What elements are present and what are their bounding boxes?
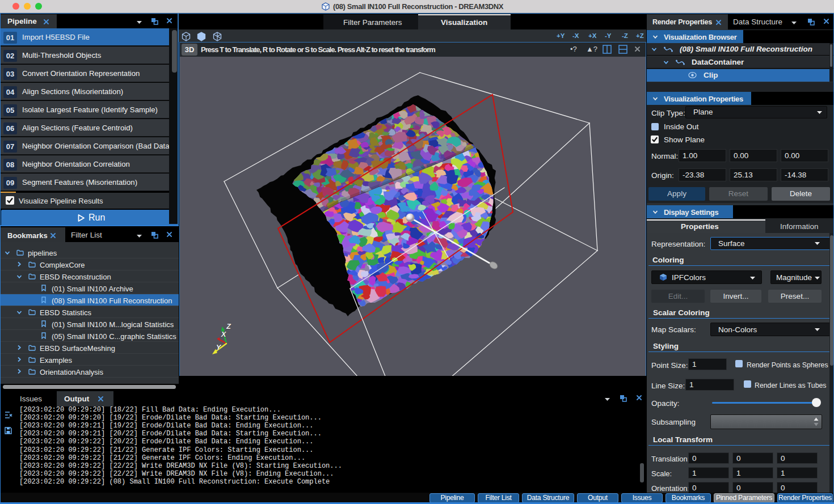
svg-text:Y: Y: [216, 343, 222, 351]
svg-text:X: X: [221, 330, 227, 338]
svg-text:Z: Z: [226, 322, 231, 331]
